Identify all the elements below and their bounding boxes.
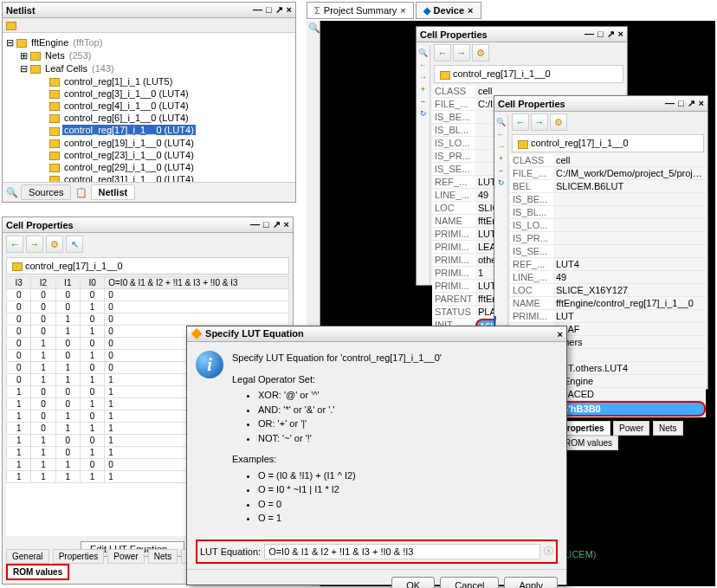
tree-cell-item[interactable]: control_reg[29]_i_1__0 (LUT4): [4, 161, 294, 173]
search-icon[interactable]: 🔍: [6, 187, 18, 197]
lut-equation-input[interactable]: [264, 544, 540, 559]
maximize-icon[interactable]: □: [263, 219, 269, 230]
tab-sources[interactable]: Sources: [21, 184, 71, 200]
select-button[interactable]: ↖: [66, 236, 83, 253]
delete-icon[interactable]: −: [496, 165, 507, 176]
maximize-icon[interactable]: □: [678, 98, 684, 109]
editor-tabs: ΣProject Summary× ◆Device×: [307, 2, 481, 19]
forward-icon[interactable]: →: [418, 72, 429, 82]
rom-row: 00100: [7, 313, 289, 326]
minimize-icon[interactable]: —: [585, 29, 594, 40]
dialog-heading: Specify LUT Equation for 'control_reg[17…: [232, 351, 442, 365]
ok-button[interactable]: OK: [391, 577, 435, 589]
netlist-tree[interactable]: ⊟ fftEngine (fftTop) ⊞ Nets (253) ⊟ Leaf…: [3, 33, 295, 189]
tree-cell-item[interactable]: control_reg[1]_i_1 (LUT5): [4, 75, 294, 87]
forward-button[interactable]: →: [453, 44, 470, 61]
tree-cell-item[interactable]: control_reg[4]_i_1__0 (LUT4): [4, 100, 294, 112]
back-button[interactable]: ←: [434, 44, 451, 61]
tree-cell-item[interactable]: control_reg[19]_i_1__0 (LUT4): [4, 137, 294, 149]
tree-cell-item[interactable]: control_reg[3]_i_1__0 (LUT4): [4, 87, 294, 100]
popup2-title: Cell Properties: [498, 99, 565, 109]
tab-nets[interactable]: Nets: [653, 421, 683, 436]
cell-icon: [49, 90, 60, 99]
minimize-icon[interactable]: —: [250, 219, 260, 230]
tree-cell-item[interactable]: control_reg[23]_i_1__0 (LUT4): [4, 149, 294, 161]
tab-project-summary[interactable]: ΣProject Summary×: [307, 2, 414, 19]
operator-item: OR: '+' or '|': [258, 417, 442, 431]
operator-item: AND: '*' or '&' or '.': [258, 403, 442, 417]
property-row: FILE_...C:/IM_work/Demo/project_5/projec…: [510, 167, 706, 180]
clear-icon[interactable]: ⓧ: [544, 545, 553, 558]
tab-power[interactable]: Power: [107, 549, 144, 564]
cell-icon: [12, 262, 23, 271]
pin-icon[interactable]: ↗: [688, 98, 695, 109]
tree-leafcells[interactable]: Leaf Cells: [43, 63, 89, 74]
property-row: BELSLICEM.B6LUT: [510, 180, 706, 193]
tab-properties[interactable]: Properties: [53, 549, 105, 564]
back-button[interactable]: ←: [512, 113, 529, 131]
close-icon[interactable]: ×: [468, 5, 473, 16]
pin-icon[interactable]: ↗: [273, 219, 281, 230]
cell-icon: [440, 71, 450, 80]
operator-item: XOR: '@' or '^': [258, 388, 442, 403]
tree-cell-item[interactable]: control_reg[6]_i_1__0 (LUT4): [4, 112, 294, 124]
list-icon[interactable]: 📋: [75, 187, 87, 197]
property-row: LINE_...49: [510, 271, 706, 284]
pin-icon[interactable]: ↗: [275, 4, 283, 16]
refresh-icon[interactable]: ↻: [418, 108, 429, 119]
tab-general[interactable]: General: [6, 549, 49, 564]
rom-row: 00000: [7, 289, 289, 301]
zoom-icon[interactable]: 🔍: [307, 21, 320, 36]
minimize-icon[interactable]: —: [253, 4, 262, 16]
close-icon[interactable]: ×: [699, 98, 704, 109]
close-icon[interactable]: ×: [618, 29, 623, 40]
minimize-icon[interactable]: —: [665, 98, 675, 109]
tree-cell-item[interactable]: control_reg[17]_i_1__0 (LUT4): [4, 124, 294, 136]
property-row: CLASScell: [510, 154, 706, 167]
search-icon[interactable]: 🔍: [418, 48, 429, 58]
pin-icon[interactable]: ↗: [607, 29, 615, 40]
close-icon[interactable]: ×: [287, 4, 292, 16]
legal-operators-label: Legal Operator Set:: [232, 372, 442, 387]
back-icon[interactable]: ←: [418, 60, 429, 70]
tree-root[interactable]: fftEngine: [29, 37, 70, 48]
forward-icon[interactable]: →: [496, 141, 507, 152]
add-icon[interactable]: +: [418, 84, 429, 94]
delete-icon[interactable]: −: [418, 96, 429, 107]
tree-root-icon: [6, 22, 16, 30]
dialog-title: Specify LUT Equation: [205, 328, 304, 339]
close-icon[interactable]: ×: [284, 219, 289, 230]
folder-icon: [30, 65, 41, 74]
tab-rom-values[interactable]: ROM values: [6, 564, 69, 580]
tab-netlist[interactable]: Netlist: [91, 184, 136, 200]
back-button[interactable]: ←: [6, 236, 23, 253]
refresh-icon[interactable]: ↻: [496, 178, 507, 188]
maximize-icon[interactable]: □: [266, 4, 272, 16]
tab-power[interactable]: Power: [613, 421, 649, 436]
goto-button[interactable]: ⚙: [46, 236, 63, 253]
search-icon[interactable]: 🔍: [496, 117, 507, 127]
apply-button[interactable]: Apply: [504, 577, 558, 589]
specify-lut-equation-dialog: 🔶 Specify LUT Equation × i Specify LUT E…: [186, 326, 567, 585]
close-icon[interactable]: ×: [400, 5, 405, 16]
add-icon[interactable]: +: [496, 153, 507, 164]
property-row: IS_SE...: [510, 245, 706, 258]
goto-button[interactable]: ⚙: [550, 113, 567, 131]
tab-nets[interactable]: Nets: [148, 549, 178, 564]
col-i0: I0: [80, 277, 104, 289]
back-icon[interactable]: ←: [496, 129, 507, 139]
close-icon[interactable]: ×: [558, 329, 563, 339]
goto-button[interactable]: ⚙: [472, 44, 489, 61]
maximize-icon[interactable]: □: [598, 29, 604, 40]
example-item: O = 0: [258, 497, 442, 512]
property-row: LOCSLICE_X16Y127: [510, 284, 706, 297]
tree-nets[interactable]: Nets: [43, 50, 67, 61]
forward-button[interactable]: →: [531, 113, 548, 131]
tab-device[interactable]: ◆Device×: [416, 2, 481, 19]
example-item: O = I0 * ~I1 | I1 * I2: [258, 482, 442, 497]
cell-icon: [49, 139, 60, 148]
tab-rom-values[interactable]: ROM values: [559, 436, 618, 450]
cancel-button[interactable]: Cancel: [440, 577, 499, 589]
netlist-title: Netlist: [6, 5, 36, 16]
forward-button[interactable]: →: [26, 236, 43, 253]
